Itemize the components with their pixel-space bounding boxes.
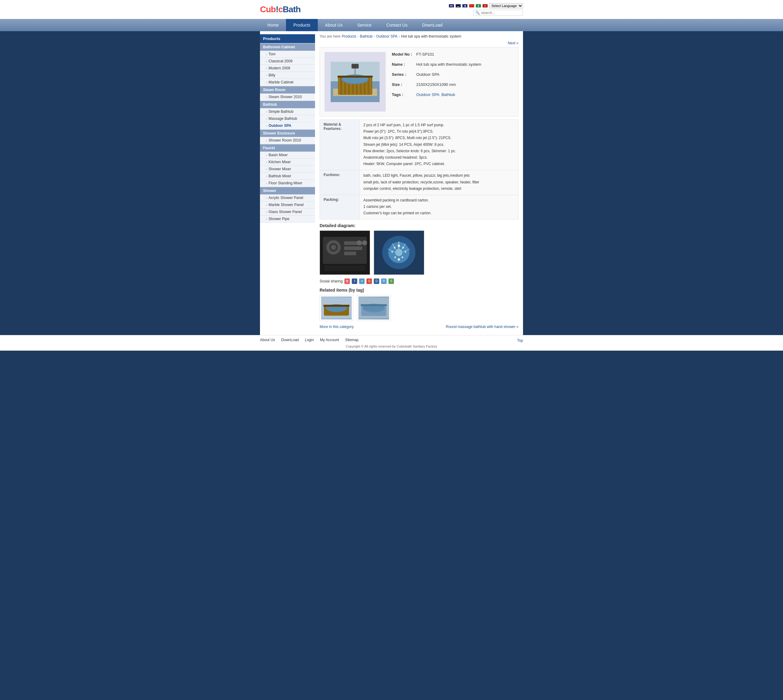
nav-about[interactable]: About Us	[318, 19, 350, 31]
sidebar-item-tom[interactable]: ○ Tom	[260, 51, 315, 58]
tag-bathtub[interactable]: Bathtub	[441, 92, 455, 97]
sidebar-item-basin-mixer[interactable]: ○ Basin Mixer	[260, 152, 315, 158]
sidebar-item-bathtub-mixer[interactable]: ○ Bathtub Mixer	[260, 173, 315, 180]
more-in-category-link[interactable]: More in this category	[320, 325, 354, 329]
breadcrumb-products[interactable]: Products	[342, 34, 356, 38]
footer-about[interactable]: About Us	[260, 338, 275, 342]
language-bar: 🇬🇧 🇩🇪 🇫🇷 🇨🇳 🇮🇹 🇪🇸 Select Language	[449, 3, 523, 8]
flag-es[interactable]: 🇪🇸	[482, 4, 488, 8]
product-image	[324, 52, 386, 112]
sidebar-item-classical[interactable]: ○ Classical 2009	[260, 58, 315, 65]
breadcrumb-bathtub[interactable]: Bathtub	[360, 34, 372, 38]
flag-gb[interactable]: 🇬🇧	[449, 4, 454, 8]
sidebar-item-outdoor-spa[interactable]: ○ Outdoor SPA	[260, 122, 315, 129]
footer-top-link[interactable]: Top	[517, 338, 523, 343]
breadcrumb-outdoor-spa[interactable]: Outdoor SPA	[376, 34, 397, 38]
footer-links: About Us DownLoad Login My Account Sitem…	[260, 338, 359, 342]
next-link[interactable]: Next »	[508, 41, 518, 45]
model-value: FT-SP101	[416, 52, 514, 57]
footer-myaccount[interactable]: My Account	[320, 338, 339, 342]
fuctions-line-2: small jets, lack of water protection, re…	[363, 180, 514, 185]
flag-de[interactable]: 🇩🇪	[456, 4, 461, 8]
nav-home[interactable]: Home	[260, 19, 286, 31]
material-line-6: Anatomically contoured headrest: 3pcs.	[363, 155, 514, 160]
svg-point-36	[357, 240, 362, 245]
packing-label: Packing:	[320, 195, 360, 220]
language-select[interactable]: Select Language	[489, 3, 523, 8]
sidebar-item-floor-mixer[interactable]: ○ Floor Standing Mixer	[260, 180, 315, 187]
diagram-title: Detailed diagram:	[320, 223, 518, 228]
size-label: Size :	[392, 82, 416, 87]
material-line-1: 2 pcs of 2 HP surf pum, 1 pc of 1.5 HP s…	[363, 122, 514, 128]
social-facebook[interactable]: f	[352, 278, 357, 284]
search-icon: 🔍	[475, 11, 480, 15]
breadcrumb-sep2: ›	[374, 34, 375, 38]
packing-line-1: Assembled packing in cardboard carton.	[363, 197, 514, 203]
spec-row-material: Material & Feartures: 2 pcs of 2 HP surf…	[320, 120, 518, 170]
sidebar-item-acrylic-shower[interactable]: ○ Acrylic Shower Panel	[260, 194, 315, 202]
sidebar-item-marble-cabinet[interactable]: ○ Marble Cabinet	[260, 79, 315, 86]
related-items	[320, 295, 518, 321]
footer-inner: About Us DownLoad Login My Account Sitem…	[260, 338, 523, 348]
search-input[interactable]	[481, 11, 521, 15]
flag-cn[interactable]: 🇨🇳	[469, 4, 474, 8]
svg-rect-35	[344, 252, 356, 255]
next-product-link[interactable]: Round massage bathtub with hand shower »	[446, 325, 519, 329]
sidebar-group-faucet: Faucet	[260, 144, 315, 152]
fuctions-line-3: computer control, electricity leakage pr…	[363, 186, 514, 192]
sidebar-item-marble-shower[interactable]: ○ Marble Shower Panel	[260, 202, 315, 208]
nav-products[interactable]: Products	[286, 19, 317, 31]
nav-contact[interactable]: Contact Us	[379, 19, 415, 31]
related-item-2[interactable]	[357, 295, 391, 321]
info-tags: Tags : Outdoor SPA Bathtub	[392, 92, 514, 97]
social-digg[interactable]: D	[374, 278, 379, 284]
social-google[interactable]: G	[366, 278, 372, 284]
site-logo[interactable]: Cub!cBath	[260, 5, 301, 14]
navigation: Home Products About Us Service Contact U…	[260, 19, 523, 31]
tag-outdoor-spa[interactable]: Outdoor SPA	[416, 92, 439, 97]
sidebar-item-billy[interactable]: ○ Billy	[260, 72, 315, 79]
nav-download[interactable]: DownLoad	[415, 19, 450, 31]
social-delicious[interactable]: d	[359, 278, 365, 284]
nav-service[interactable]: Service	[350, 19, 379, 31]
sidebar-item-shower-room[interactable]: ○ Shower Room 2010	[260, 137, 315, 144]
social-other[interactable]: S	[389, 278, 394, 284]
footer-sitemap[interactable]: Sitemap	[345, 338, 359, 342]
svg-rect-38	[324, 266, 365, 271]
sidebar-item-glass-shower[interactable]: ○ Glass Shower Panel	[260, 208, 315, 215]
header-right: 🇬🇧 🇩🇪 🇫🇷 🇨🇳 🇮🇹 🇪🇸 Select Language 🔍	[449, 3, 523, 16]
flag-fr[interactable]: 🇫🇷	[462, 4, 467, 8]
breadcrumb-label: You are here	[320, 34, 341, 38]
diagram-images	[320, 230, 518, 275]
sidebar-item-kitchen-mixer[interactable]: ○ Kitchen Mixer	[260, 158, 315, 166]
spec-row-fuctions: Fuctions: bath, radio, LED light, Faucet…	[320, 170, 518, 195]
flag-it[interactable]: 🇮🇹	[476, 4, 481, 8]
material-line-7: Heater: 5KW, Computer panel: 1PC, PVC ca…	[363, 161, 514, 167]
related-item-1[interactable]	[320, 295, 353, 321]
sidebar-item-shower-pipe[interactable]: ○ Shower Pipe	[260, 215, 315, 223]
spec-row-packing: Packing: Assembled packing in cardboard …	[320, 195, 518, 220]
footer-login[interactable]: Login	[305, 338, 314, 342]
svg-rect-26	[337, 75, 372, 77]
sidebar-item-steam-shower[interactable]: ○ Steam Shower 2010	[260, 93, 315, 100]
series-value: Outdoor SPA	[416, 72, 514, 77]
svg-rect-4	[339, 77, 340, 94]
sidebar-group-bathtub: Bathtub	[260, 101, 315, 108]
packing-line-2: 1 cartons per set.	[363, 204, 514, 210]
sidebar-item-massage-bathtub[interactable]: ○ Massage Bathtub	[260, 115, 315, 122]
breadcrumb-sep3: ›	[399, 34, 400, 38]
product-header: Next »	[320, 41, 518, 45]
footer-download[interactable]: DownLoad	[281, 338, 299, 342]
svg-point-42	[395, 249, 402, 257]
svg-point-49	[402, 257, 404, 258]
sidebar-item-shower-mixer[interactable]: ○ Shower Mixer	[260, 166, 315, 173]
copyright: Copyright © All rights reserved by Cubic…	[260, 345, 523, 348]
content-footer: More in this category Round massage bath…	[320, 325, 518, 329]
social-reddit[interactable]: R	[381, 278, 387, 284]
sidebar-item-modern[interactable]: ○ Modern 2009	[260, 65, 315, 72]
sidebar-item-simple-bathtub[interactable]: ○ Simple Bathtub	[260, 108, 315, 115]
product-svg	[331, 60, 379, 103]
breadcrumb-current: Hot tub spa with thermostatic system	[401, 34, 461, 38]
social-weibo[interactable]: 微	[344, 278, 350, 284]
fuctions-value: bath, radio, LED light, Faucet, pillow, …	[360, 170, 518, 195]
